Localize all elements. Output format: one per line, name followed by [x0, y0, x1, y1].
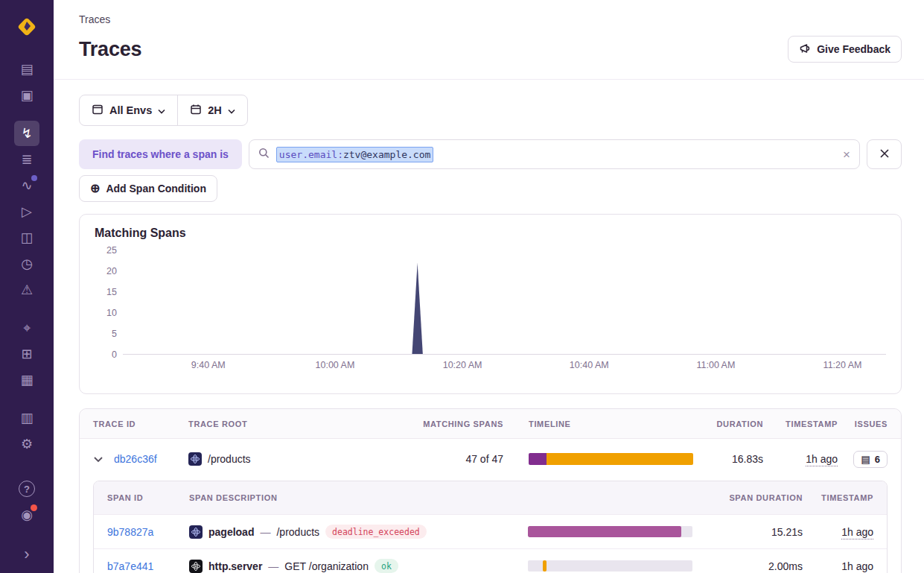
col-span-description: SPAN DESCRIPTION [189, 493, 503, 502]
collapse-trace-chevron-icon[interactable] [93, 456, 103, 463]
spans-table-header: SPAN ID SPAN DESCRIPTION SPAN DURATION T… [94, 481, 887, 514]
span-id-link[interactable]: b7a7e441 [107, 560, 153, 572]
environment-filter-dropdown[interactable]: All Envs [80, 95, 177, 125]
insights-notification-dot [31, 175, 37, 181]
trace-id-link[interactable]: db26c36f [114, 453, 157, 465]
gear-icon: ⚙ [21, 437, 33, 451]
sidebar-item-releases[interactable]: ◫ [14, 225, 39, 250]
environment-icon [92, 104, 103, 118]
matching-spans-plot[interactable] [123, 250, 886, 355]
sidebar-item-dashboards[interactable]: ⊞ [14, 341, 39, 367]
sidebar-bottom: ? ◉ › [14, 476, 39, 564]
sidebar: ▤ ▣ ↯ ≣ ∿ ▷ ◫ ◷ ⚠ ⌖ ⊞ ▦ ▥ ⚙ ? ◉ [0, 0, 54, 573]
sidebar-expand-button[interactable]: › [24, 545, 29, 564]
timeline-segment [543, 560, 547, 572]
span-row: b7a7e441 http.server — GET /organization… [94, 548, 887, 573]
span-condition-row: Find traces where a span is user.email:z… [79, 139, 902, 169]
col-span-timestamp: TIMESTAMP [803, 493, 873, 502]
page-title: Traces [79, 38, 141, 61]
x-axis: 9:40 AM 10:00 AM 10:20 AM 10:40 AM 11:00… [123, 355, 886, 373]
traces-table: TRACE ID TRACE ROOT MATCHING SPANS TIMEL… [79, 408, 902, 573]
project-platform-icon [189, 525, 203, 539]
issues-icon: ▤ [20, 63, 33, 76]
span-timestamp: 1h ago [841, 526, 873, 539]
help-button[interactable]: ? [14, 476, 39, 501]
explore-icon: ▣ [20, 89, 33, 102]
chevron-down-icon [228, 104, 235, 116]
time-range-dropdown[interactable]: 2H [177, 95, 247, 125]
megaphone-icon [799, 42, 811, 57]
sidebar-item-discover[interactable]: ⌖ [14, 315, 39, 341]
trace-timestamp: 1h ago [806, 453, 838, 466]
replays-icon: ▷ [22, 205, 32, 218]
page-header: Traces Traces Give Feedback [54, 0, 924, 80]
project-platform-icon [188, 452, 202, 466]
matching-spans-card: Matching Spans 25 20 15 10 5 0 9:40 AM [79, 214, 902, 394]
main-area: Traces Traces Give Feedback [54, 0, 924, 573]
span-op: http.server [208, 560, 262, 572]
sidebar-item-crons[interactable]: ◷ [14, 251, 39, 276]
y-axis-tick: 20 [95, 266, 117, 276]
y-axis-tick: 5 [95, 329, 117, 339]
span-status-badge: ok [375, 559, 398, 573]
whats-new-notification-dot [31, 504, 37, 511]
search-token-key: user.email: [279, 149, 343, 160]
search-query-token[interactable]: user.email:ztv@example.com [276, 147, 434, 162]
breadcrumb[interactable]: Traces [79, 13, 902, 25]
span-id-link[interactable]: 9b78827a [107, 526, 153, 538]
spans-table: SPAN ID SPAN DESCRIPTION SPAN DURATION T… [93, 481, 888, 573]
chart-title: Matching Spans [95, 227, 886, 240]
trace-root-label[interactable]: /products [208, 453, 251, 465]
timeline-segment [528, 526, 681, 537]
sidebar-group-perf: ↯ ≣ ∿ ▷ ◫ ◷ ⚠ [14, 121, 39, 303]
timeline-segment [529, 453, 547, 465]
matching-spans-chart: 25 20 15 10 5 0 9:40 AM 10:00 AM 10:20 A [95, 250, 886, 373]
page-content: All Envs 2H [54, 80, 924, 573]
give-feedback-label: Give Feedback [817, 43, 890, 55]
whats-new-button[interactable]: ◉ [14, 502, 39, 528]
sidebar-item-alerts[interactable]: ⚠ [14, 277, 39, 303]
alerts-icon: ⚠ [21, 283, 33, 297]
y-axis-tick: 10 [95, 308, 117, 318]
add-span-condition-button[interactable]: ⊕ Add Span Condition [79, 175, 217, 202]
sidebar-item-replays[interactable]: ▷ [14, 199, 39, 224]
span-status-badge: deadline_exceeded [325, 525, 427, 539]
sidebar-item-insights[interactable]: ∿ [14, 173, 39, 198]
span-duration: 2.00ms [692, 560, 803, 572]
sidebar-item-projects[interactable]: ▦ [14, 367, 39, 393]
sidebar-item-settings[interactable]: ⚙ [14, 431, 39, 457]
trace-duration: 16.83s [693, 453, 763, 465]
x-axis-tick: 10:00 AM [316, 360, 355, 370]
sidebar-group-top: ▤ ▣ [14, 57, 39, 109]
sidebar-item-traces[interactable]: ↯ [14, 121, 39, 146]
traces-icon: ↯ [21, 127, 32, 140]
search-input[interactable]: user.email:ztv@example.com × [249, 139, 860, 169]
remove-condition-button[interactable] [867, 139, 902, 169]
time-range-label: 2H [208, 104, 222, 116]
span-timeline-bar [528, 560, 692, 572]
sidebar-item-explore[interactable]: ▣ [14, 83, 39, 108]
projects-icon: ▦ [20, 373, 33, 387]
sidebar-item-stats[interactable]: ▥ [14, 405, 39, 431]
clear-search-icon[interactable]: × [843, 148, 850, 161]
sidebar-item-issues[interactable]: ▤ [14, 57, 39, 82]
chevron-right-icon: › [24, 545, 29, 563]
add-span-condition-label: Add Span Condition [106, 183, 206, 194]
find-traces-label: Find traces where a span is [79, 139, 242, 169]
give-feedback-button[interactable]: Give Feedback [788, 36, 902, 63]
matching-spans-count: 47 of 47 [410, 453, 503, 465]
stats-icon: ▥ [20, 411, 33, 425]
x-axis-tick: 10:40 AM [570, 360, 609, 370]
discover-icon: ⌖ [23, 321, 31, 335]
span-description: /products [276, 526, 319, 538]
issues-count-button[interactable]: ▤ 6 [853, 451, 888, 468]
trace-row: db26c36f /products 47 of 47 [80, 439, 901, 479]
calendar-icon [190, 104, 202, 118]
sentry-logo-icon[interactable] [15, 15, 39, 39]
plus-circle-icon: ⊕ [90, 183, 100, 194]
crons-icon: ◷ [21, 257, 33, 270]
col-duration: DURATION [693, 420, 763, 428]
issues-icon: ▤ [861, 455, 870, 464]
sidebar-item-queries[interactable]: ≣ [14, 147, 39, 172]
x-axis-tick: 11:00 AM [696, 360, 735, 370]
